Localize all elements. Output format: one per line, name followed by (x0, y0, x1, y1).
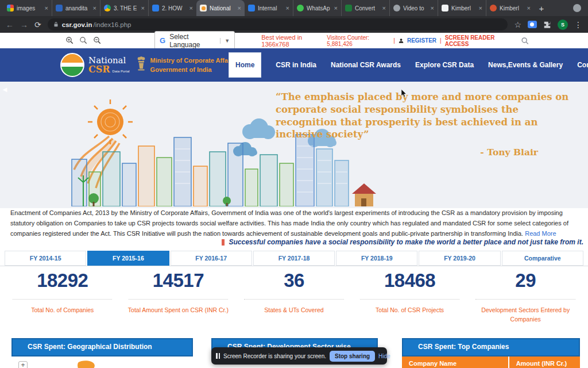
tab-fy-2017-18[interactable]: FY 2017-18 (253, 251, 335, 266)
nav-item-home[interactable]: Home (229, 52, 261, 78)
tab-close-icon[interactable]: × (382, 5, 386, 12)
india-map[interactable] (74, 359, 98, 368)
hero-quote: “The emphasis placed by more and more co… (276, 91, 570, 159)
stat-states-covered: 36 States & UTs Covered (236, 270, 352, 324)
tab-close-icon[interactable]: × (189, 5, 193, 12)
hide-button[interactable]: Hide (378, 353, 390, 359)
browser-menu-icon[interactable]: ⋮ (574, 21, 582, 29)
back-icon[interactable]: ← (6, 21, 14, 29)
divider (360, 299, 459, 300)
tab-close-icon[interactable]: × (286, 5, 289, 12)
csr-globe-logo (60, 53, 84, 77)
nav-item-explore-csr-data[interactable]: Explore CSR Data (415, 61, 474, 69)
card-geographical-distribution: CSR Spent: Geographical Distribution + (11, 338, 193, 368)
tab-close-icon[interactable]: × (238, 5, 241, 12)
geo-map-area: + (11, 356, 193, 368)
tab-close-icon[interactable]: × (141, 5, 145, 12)
card-title: CSR Spent: Top Companies (402, 338, 580, 356)
tab-fy-2019-20[interactable]: FY 2019-20 (419, 251, 500, 266)
browser-tab[interactable]: images× (3, 0, 52, 16)
drive-favicon-icon (104, 5, 111, 12)
screen-recorder-extension-icon[interactable] (528, 21, 537, 28)
tab-fy-2018-19[interactable]: FY 2018-19 (336, 251, 417, 266)
nav-item-news-events-gallery[interactable]: News,Events & Gallery (488, 61, 563, 69)
table-header-row: Company Name Amount (INR Cr.) (402, 356, 580, 368)
docs-favicon-icon (152, 5, 159, 12)
csr-favicon-icon (200, 5, 207, 12)
tab-fy-2014-15[interactable]: FY 2014-15 (5, 251, 86, 266)
browser-tab[interactable]: Video to× (389, 0, 438, 16)
nav-item-csr-in-india[interactable]: CSR in India (276, 61, 316, 69)
browser-tab-active[interactable]: National× (196, 0, 245, 16)
tab-fy-2016-17[interactable]: FY 2016-17 (171, 251, 252, 266)
zoom-in-icon[interactable] (65, 36, 74, 45)
stat-value: 18468 (352, 270, 468, 292)
tab-comparative[interactable]: Comparative (502, 251, 583, 266)
carousel-prev-icon[interactable]: ◄ (1, 85, 9, 94)
tab-close-icon[interactable]: × (334, 5, 338, 12)
zoom-reset-icon[interactable] (79, 36, 88, 45)
tab-close-icon[interactable]: × (45, 5, 48, 12)
tab-close-icon[interactable]: × (479, 5, 482, 12)
utility-links: Visitors Counter: 5,881,426 | REGISTER |… (327, 34, 529, 47)
tab-title: Kimberl (451, 5, 476, 12)
ministry-line1: Ministry of Corporate Affairs (150, 56, 236, 66)
zoom-out-icon[interactable] (93, 36, 102, 45)
brand-text: National CSRData Portal (88, 56, 130, 74)
tab-title: anandita (65, 5, 90, 12)
video-favicon-icon (393, 5, 400, 12)
tab-search-icon[interactable] (573, 4, 581, 12)
reload-icon[interactable]: ⟳ (34, 21, 41, 29)
converter-favicon-icon (345, 5, 352, 12)
ministry-line2: Government of India (150, 65, 236, 75)
tab-title: 2. HOW (162, 5, 187, 12)
forward-icon[interactable]: → (20, 21, 28, 29)
browser-tab[interactable]: WhatsAp× (293, 0, 341, 16)
brand-sub: Data Portal (113, 70, 130, 73)
new-tab-button[interactable]: + (534, 0, 549, 16)
tab-title: 3. THE E (114, 5, 138, 12)
tab-close-icon[interactable]: × (527, 5, 531, 12)
tab-close-icon[interactable]: × (93, 5, 96, 12)
profile-avatar[interactable]: S (558, 20, 568, 30)
tab-fy-2015-16[interactable]: FY 2015-16 (87, 251, 169, 266)
browser-tab[interactable]: Kimberl× (438, 0, 486, 16)
stat-label: Total No. of CSR Projects (352, 306, 468, 315)
whatsapp-favicon-icon (297, 5, 304, 12)
tab-strip: images× anandita× 3. THE E× 2. HOW× Nati… (0, 0, 588, 16)
divider (244, 299, 343, 300)
extensions-puzzle-icon[interactable] (543, 21, 551, 29)
docs-favicon-icon (248, 5, 255, 12)
tab-title: National (210, 5, 235, 12)
language-selector[interactable]: G Select Language ▼ (154, 31, 235, 51)
stat-amount-spent: 14517 Total Amount Spent on CSR (INR Cr.… (121, 270, 237, 324)
stop-sharing-button[interactable]: Stop sharing (330, 351, 375, 362)
nav-item-national-csr-awards[interactable]: National CSR Awards (331, 61, 401, 69)
divider (0, 266, 588, 266)
register-link[interactable]: REGISTER (407, 37, 436, 44)
photos-favicon-icon (7, 5, 14, 12)
stat-label: States & UTs Covered (236, 306, 352, 315)
browser-tab[interactable]: Kimberl× (486, 0, 534, 16)
tab-title: WhatsAp (307, 5, 331, 12)
nav-item-contact-us[interactable]: Contact Us (577, 61, 588, 69)
browser-tab[interactable]: anandita× (52, 0, 100, 16)
stat-development-sectors: 29 Development Sectors Entered by Compan… (467, 270, 583, 324)
quote-text: “The emphasis placed by more and more co… (276, 91, 568, 140)
address-input[interactable]: csr.gov.in/index16.php (48, 18, 508, 30)
tab-title: images (17, 5, 42, 12)
ministry-text: Ministry of Corporate Affairs Government… (150, 56, 236, 75)
quote-attribution: - Tony Blair (276, 147, 570, 158)
separator: | (440, 37, 442, 44)
bookmark-star-icon[interactable]: ☆ (514, 21, 521, 29)
search-icon[interactable] (521, 36, 529, 45)
browser-tab[interactable]: 3. THE E× (100, 0, 148, 16)
screen-share-bar: Screen Recorder is sharing your screen. … (211, 347, 387, 365)
browser-tab[interactable]: Internal× (245, 0, 293, 16)
tab-close-icon[interactable]: × (431, 5, 434, 12)
browser-tab[interactable]: Convert× (341, 0, 389, 16)
screen-reader-link[interactable]: SCREEN READER ACCESS (445, 34, 513, 47)
browser-tab[interactable]: 2. HOW× (148, 0, 196, 16)
tab-title: Internal (258, 5, 283, 12)
map-zoom-in-button[interactable]: + (18, 361, 28, 368)
